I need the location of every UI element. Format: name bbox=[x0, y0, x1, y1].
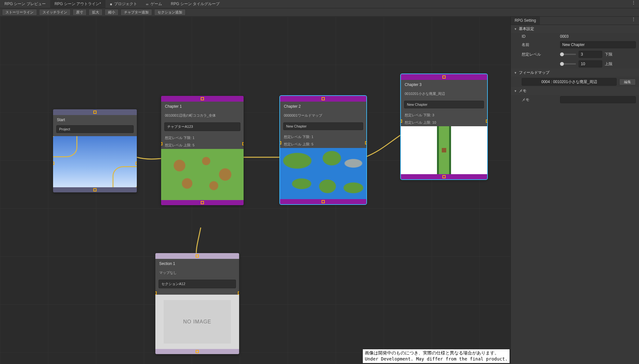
port-left[interactable] bbox=[401, 120, 402, 123]
node-chapter-2[interactable]: Chapter 2 0000001ワールドマップ New Chapter 想定レ… bbox=[280, 96, 366, 204]
prop-level-lo: 想定レベル 下限 bbox=[511, 50, 639, 59]
level-lo-input[interactable] bbox=[579, 51, 602, 58]
infinity-icon: ∞ bbox=[146, 2, 149, 6]
node-header[interactable] bbox=[161, 96, 244, 102]
node-header[interactable] bbox=[155, 253, 239, 259]
port-top[interactable] bbox=[322, 97, 325, 100]
node-subtitle: マップなし bbox=[155, 268, 239, 277]
name-input[interactable] bbox=[560, 41, 636, 48]
port-right[interactable] bbox=[486, 120, 487, 123]
node-section-1[interactable]: Section 1 マップなし セクションA12 NO IMAGE bbox=[155, 253, 239, 354]
switchline-button[interactable]: スイッチライン bbox=[39, 9, 71, 16]
node-title: Chapter 3 bbox=[401, 80, 487, 89]
port-top[interactable] bbox=[196, 254, 199, 258]
port-bottom[interactable] bbox=[322, 200, 325, 203]
node-name-field[interactable]: New Chapter bbox=[404, 101, 484, 108]
node-header[interactable] bbox=[280, 96, 366, 102]
level-lo-slider[interactable] bbox=[560, 54, 576, 55]
level-hi-input[interactable] bbox=[579, 60, 602, 67]
port-bottom[interactable] bbox=[201, 201, 204, 204]
node-footer[interactable] bbox=[401, 174, 487, 179]
node-header[interactable] bbox=[53, 109, 137, 115]
fieldmap-edit-button[interactable]: 編集 bbox=[619, 79, 636, 85]
node-footer[interactable] bbox=[280, 199, 366, 204]
tab-project[interactable]: ■プロジェクト bbox=[105, 0, 142, 8]
prop-memo: メモ bbox=[511, 95, 639, 105]
node-level-hi: 想定レベル 上限: 10 bbox=[401, 119, 487, 126]
port-left[interactable] bbox=[53, 162, 54, 165]
add-chapter-button[interactable]: チャプター追加 bbox=[121, 9, 152, 16]
section-fieldmap[interactable]: ▼フィールドマップ bbox=[511, 69, 639, 77]
node-start[interactable]: Start Project bbox=[53, 109, 137, 192]
node-chapter-1[interactable]: Chapter 1 0010001辺境の町ココカラ_全体 チャプターA123 想… bbox=[161, 96, 244, 205]
node-title: Section 1 bbox=[155, 259, 239, 268]
zoom-actual-button[interactable]: 原寸 bbox=[73, 9, 87, 16]
port-left[interactable] bbox=[155, 291, 157, 295]
node-thumbnail bbox=[161, 149, 244, 200]
node-footer[interactable] bbox=[155, 349, 239, 354]
node-footer[interactable] bbox=[161, 200, 244, 205]
tab-scene-outline[interactable]: RPG シーン アウトライン* bbox=[50, 0, 105, 8]
node-name-field[interactable]: チャプターA123 bbox=[164, 122, 240, 131]
tabs-overflow-icon[interactable]: ⋮ bbox=[628, 0, 639, 8]
scene-graph-canvas[interactable]: Start Project Chapter 1 0010001辺境の町ココカラ_… bbox=[0, 17, 510, 364]
fieldmap-input[interactable] bbox=[522, 78, 617, 86]
node-level-lo: 想定レベル 下限: 1 bbox=[161, 134, 244, 142]
port-bottom[interactable] bbox=[442, 175, 446, 178]
node-subtitle: 0010001辺境の町ココカラ_全体 bbox=[161, 111, 244, 120]
port-right[interactable] bbox=[365, 141, 366, 144]
chevron-down-icon: ▼ bbox=[514, 71, 517, 74]
node-name-field[interactable]: セクションA12 bbox=[159, 280, 236, 288]
node-title: Chapter 1 bbox=[161, 102, 244, 111]
section-memo[interactable]: ▼メモ bbox=[511, 87, 639, 95]
port-right[interactable] bbox=[238, 291, 239, 295]
port-top[interactable] bbox=[201, 97, 204, 100]
window-tabs-bar: RPG シーン プレビュー RPG シーン アウトライン* ■プロジェクト ∞ゲ… bbox=[0, 0, 639, 8]
tab-game[interactable]: ∞ゲーム bbox=[142, 0, 167, 8]
port-top[interactable] bbox=[442, 75, 446, 79]
chevron-down-icon: ▼ bbox=[514, 89, 517, 93]
node-level-lo: 想定レベル 下限: 3 bbox=[401, 112, 487, 119]
port-right[interactable] bbox=[136, 162, 137, 165]
node-thumbnail bbox=[280, 148, 366, 199]
add-section-button[interactable]: セクション追加 bbox=[154, 9, 186, 16]
port-left[interactable] bbox=[280, 141, 281, 144]
node-chapter-3[interactable]: Chapter 3 0010201小さな廃屋_周辺 New Chapter 想定… bbox=[401, 74, 487, 179]
level-hi-suffix: 上限 bbox=[605, 61, 612, 67]
folder-icon: ■ bbox=[110, 2, 112, 6]
port-top[interactable] bbox=[93, 111, 97, 114]
prop-id: ID 0003 bbox=[511, 33, 639, 40]
node-thumbnail bbox=[401, 126, 487, 174]
node-level-hi: 想定レベル 上限: 5 bbox=[161, 142, 244, 149]
toolbar: ストーリーライン スイッチライン 原寸 拡大 縮小 チャプター追加 セクション追… bbox=[0, 8, 639, 17]
node-subtitle: 0000001ワールドマップ bbox=[280, 111, 366, 120]
node-name-field[interactable]: New Chapter bbox=[283, 122, 363, 130]
prop-name: 名前 bbox=[511, 40, 639, 50]
port-bottom[interactable] bbox=[93, 188, 97, 191]
node-footer[interactable] bbox=[53, 187, 137, 192]
tab-tile-group[interactable]: RPG シーン タイルグループ bbox=[167, 0, 224, 8]
inspector-tab-setting[interactable]: RPG Setting bbox=[511, 17, 540, 25]
level-hi-slider[interactable] bbox=[560, 63, 576, 65]
prop-fieldmap: 編集 bbox=[511, 77, 639, 87]
memo-input[interactable] bbox=[560, 96, 636, 103]
port-right[interactable] bbox=[242, 142, 244, 145]
node-level-lo: 想定レベル 下限: 1 bbox=[280, 133, 366, 141]
port-left[interactable] bbox=[161, 142, 162, 145]
section-basic[interactable]: ▼基本設定 bbox=[511, 25, 639, 33]
storyline-button[interactable]: ストーリーライン bbox=[2, 9, 37, 16]
node-project-field[interactable]: Project bbox=[56, 125, 134, 133]
tab-scene-preview[interactable]: RPG シーン プレビュー bbox=[0, 0, 50, 8]
port-bottom[interactable] bbox=[196, 350, 199, 353]
zoom-in-button[interactable]: 拡大 bbox=[89, 9, 103, 16]
node-thumbnail: NO IMAGE bbox=[155, 295, 239, 349]
zoom-out-button[interactable]: 縮小 bbox=[105, 9, 119, 16]
inspector-overflow-icon[interactable]: ⋮ bbox=[628, 17, 639, 25]
level-lo-suffix: 下限 bbox=[605, 52, 612, 57]
node-title: Start bbox=[53, 115, 137, 125]
prop-level-hi: 上限 bbox=[511, 59, 639, 69]
node-thumbnail bbox=[53, 136, 137, 187]
node-subtitle: 0010201小さな廃屋_周辺 bbox=[401, 89, 487, 98]
node-header[interactable] bbox=[401, 74, 487, 80]
inspector-tabs: RPG Setting ⋮ bbox=[511, 17, 639, 25]
